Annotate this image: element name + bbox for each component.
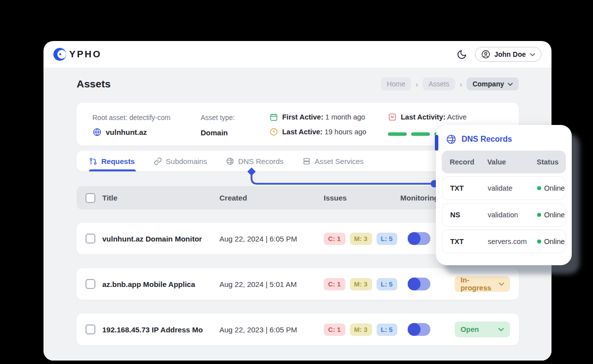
first-active-value: 1 month ago: [325, 113, 365, 121]
popup-column-value: Value: [487, 158, 537, 166]
logo-text: YPHO: [69, 49, 102, 60]
record-status: Online: [537, 238, 565, 245]
dns-record-row: TXT validate Online: [442, 176, 566, 200]
pull-request-icon: [89, 157, 97, 165]
tab-dns-records[interactable]: DNS Records: [226, 151, 284, 171]
activity-icon: [388, 113, 397, 121]
asset-type-value: Domain: [201, 128, 228, 137]
chevron-down-icon: [499, 281, 505, 287]
row-checkbox[interactable]: [85, 279, 95, 289]
clock-icon: [269, 127, 278, 136]
row-created: Aug 22, 2024 | 5:01 AM: [219, 280, 324, 288]
row-created: Aug 22, 2024 | 6:05 PM: [219, 235, 324, 243]
breadcrumb-separator: ›: [460, 80, 462, 88]
table-row: az.bnb.app Mobile Applica Aug 22, 2024 |…: [77, 268, 519, 300]
app-logo: YPHO: [53, 48, 102, 61]
first-active-line: First Active: 1 month ago: [269, 113, 365, 121]
link-icon: [154, 157, 162, 165]
calendar-icon: [269, 113, 278, 121]
dns-records-popup: DNS Records Record Value Status TXT vali…: [436, 125, 572, 265]
row-title: vulnhunt.az Domain Monitor: [102, 235, 219, 243]
last-active-value: 19 hours ago: [325, 128, 367, 136]
breadcrumb-separator: ›: [416, 80, 418, 88]
breadcrumb-assets[interactable]: Assets: [423, 78, 455, 90]
status-label: Open: [461, 325, 479, 333]
monitoring-toggle[interactable]: [408, 232, 430, 245]
column-header-title: Title: [102, 194, 219, 202]
popup-accent-bar: [435, 135, 438, 151]
breadcrumb-home[interactable]: Home: [381, 78, 411, 90]
status-label: In-progress: [461, 276, 499, 292]
low-badge: L: 5: [377, 278, 397, 290]
row-created: Aug 22, 2023 | 6:05 PM: [219, 325, 324, 334]
record-value: validate: [488, 184, 537, 192]
popup-column-status: Status: [537, 158, 558, 166]
page-background: YPHO John Doe Assets Home ›: [0, 0, 593, 364]
online-dot-icon: [537, 240, 541, 243]
issue-badges: C: 1 M: 3 L: 5: [324, 278, 400, 290]
critical-badge: C: 1: [324, 233, 345, 245]
asset-type-label: Asset type:: [201, 114, 235, 121]
row-title: 192.168.45.73 IP Address Mo: [102, 325, 219, 334]
active-tab-underline: [89, 169, 136, 171]
first-active-label: First Active:: [282, 113, 323, 121]
tab-subdomains[interactable]: Subdomains: [154, 151, 207, 171]
root-asset-label: Root asset: detectify-com: [92, 114, 170, 121]
medium-badge: M: 3: [350, 233, 372, 245]
row-checkbox[interactable]: [85, 234, 95, 243]
tab-requests[interactable]: Requests: [89, 151, 135, 171]
top-bar: YPHO John Doe: [43, 41, 551, 68]
toggle-knob: [408, 232, 421, 245]
chevron-down-icon: [498, 326, 504, 332]
record-value: servers.com: [488, 238, 537, 245]
monitoring-toggle[interactable]: [408, 278, 430, 290]
status-dropdown[interactable]: Open: [455, 322, 510, 337]
issue-badges: C: 1 M: 3 L: 5: [324, 233, 400, 245]
dns-globe-icon: [446, 134, 457, 145]
tab-label: Asset Services: [315, 157, 364, 165]
online-dot-icon: [537, 186, 541, 190]
user-name: John Doe: [494, 50, 526, 58]
last-active-line: Last Active: 19 hours ago: [269, 127, 366, 136]
record-status: Online: [537, 184, 565, 192]
medium-badge: M: 3: [350, 324, 372, 336]
row-checkbox[interactable]: [85, 324, 95, 334]
status-dropdown[interactable]: In-progress: [455, 276, 510, 292]
popup-table-header: Record Value Status: [442, 151, 566, 173]
record-type: TXT: [450, 184, 488, 192]
dark-mode-moon-icon[interactable]: [457, 49, 467, 60]
dns-globe-icon: [226, 157, 234, 165]
last-activity-line: Last Activity: Active: [388, 113, 466, 121]
online-dot-icon: [537, 213, 541, 217]
topbar-right: John Doe: [457, 47, 542, 62]
dns-record-row: NS validation Online: [442, 203, 566, 227]
row-title: az.bnb.app Mobile Applica: [102, 280, 219, 288]
popup-title: DNS Records: [462, 135, 512, 144]
low-badge: L: 5: [377, 233, 397, 245]
tab-asset-services[interactable]: Asset Services: [302, 151, 364, 171]
activity-dash: [388, 132, 407, 136]
server-icon: [302, 157, 311, 165]
toggle-knob: [408, 278, 421, 290]
breadcrumb: Home › Assets › Company: [381, 78, 519, 90]
asset-name: vulnhunt.az: [106, 128, 147, 136]
last-active-label: Last Active:: [282, 128, 323, 136]
user-menu-button[interactable]: John Doe: [475, 47, 542, 62]
select-all-checkbox[interactable]: [85, 193, 95, 203]
record-value: validation: [488, 211, 537, 219]
chevron-down-icon: [530, 52, 535, 57]
breadcrumb-company-label: Company: [472, 80, 504, 88]
logo-icon: [53, 48, 66, 61]
monitoring-toggle[interactable]: [408, 323, 430, 336]
globe-icon: [92, 127, 102, 137]
medium-badge: M: 3: [350, 278, 372, 290]
low-badge: L: 5: [377, 324, 397, 336]
tab-label: Requests: [101, 157, 135, 165]
chevron-down-icon: [508, 81, 513, 87]
record-type: TXT: [450, 238, 488, 245]
breadcrumb-company-dropdown[interactable]: Company: [466, 78, 519, 90]
record-type: NS: [450, 211, 488, 219]
toggle-knob: [408, 323, 421, 336]
column-header-created: Created: [219, 194, 324, 202]
user-avatar-icon: [481, 50, 490, 59]
